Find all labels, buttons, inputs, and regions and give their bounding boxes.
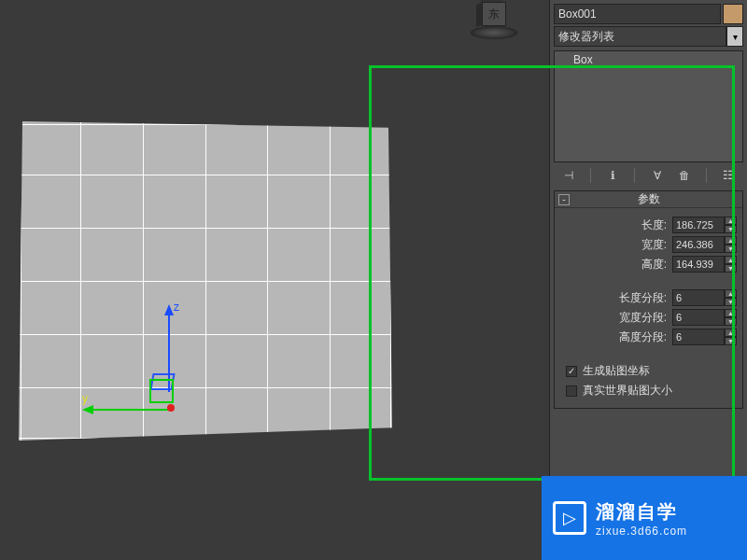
chevron-down-icon: ▾ (733, 32, 738, 42)
spinner-down-icon[interactable]: ▼ (725, 298, 737, 306)
spinner-up-icon[interactable]: ▲ (725, 256, 737, 264)
sep (706, 168, 707, 183)
length-input[interactable] (672, 217, 725, 233)
param-length: 长度: ▲ ▼ (560, 217, 737, 233)
play-icon: ▷ (553, 501, 586, 535)
modifier-dropdown-label: 修改器列表 (558, 29, 614, 45)
spinner-up-icon[interactable]: ▲ (725, 289, 737, 298)
param-hseg: 高度分段: ▲ ▼ (560, 329, 737, 345)
param-width: 宽度: ▲ ▼ (560, 236, 737, 253)
axis-z-label: z (174, 301, 179, 314)
watermark-text: 溜溜自学 zixue.3d66.com (596, 499, 687, 538)
param-label: 宽度: (641, 237, 667, 253)
grid-line (390, 121, 391, 441)
modifier-dropdown-row: 修改器列表 ▾ (554, 26, 743, 47)
spinner-down-icon[interactable]: ▼ (725, 317, 737, 326)
spinner-up-icon[interactable]: ▲ (725, 236, 737, 245)
grid-line (19, 124, 392, 125)
spinner-up-icon[interactable]: ▲ (725, 309, 737, 317)
modifier-stack-item[interactable]: Box (573, 53, 724, 66)
param-label: 长度分段: (619, 290, 667, 306)
spinner-up-icon[interactable]: ▲ (725, 217, 737, 225)
param-lseg: 长度分段: ▲ ▼ (560, 289, 737, 306)
width-spinner: ▲ ▼ (672, 236, 737, 253)
height-spinner: ▲ ▼ (672, 256, 737, 273)
length-spinner: ▲ ▼ (672, 217, 737, 233)
watermark: ▷ 溜溜自学 zixue.3d66.com (542, 476, 747, 560)
watermark-title: 溜溜自学 (596, 499, 687, 525)
object-name-input[interactable] (554, 4, 721, 24)
watermark-sub: zixue.3d66.com (596, 525, 687, 538)
grid-line (19, 281, 392, 282)
height-input[interactable] (672, 256, 725, 273)
spinner-down-icon[interactable]: ▼ (725, 264, 737, 273)
orient-cube[interactable]: 东 (467, 0, 521, 41)
spinner-down-icon[interactable]: ▼ (725, 225, 737, 233)
sep (634, 168, 635, 183)
orient-front-face[interactable]: 东 (482, 2, 506, 26)
modifier-dropdown[interactable]: 修改器列表 (554, 26, 726, 47)
param-label: 宽度分段: (619, 310, 667, 326)
lseg-input[interactable] (672, 289, 725, 306)
gizmo-origin[interactable] (167, 404, 175, 412)
spinner-down-icon[interactable]: ▼ (725, 245, 737, 253)
object-color-swatch[interactable] (723, 4, 743, 24)
axis-y-arrow-icon[interactable] (82, 405, 93, 414)
grid-plane[interactable] (19, 121, 392, 441)
hseg-spinner: ▲ ▼ (672, 329, 737, 345)
check-genmap-row: 生成贴图坐标 (566, 363, 737, 379)
spinner-up-icon[interactable]: ▲ (725, 329, 737, 337)
orient-base (471, 26, 517, 39)
axis-y-label: y (82, 392, 88, 405)
sep (590, 168, 591, 183)
pin-stack-icon[interactable]: ⊣ (559, 166, 578, 185)
axis-y[interactable] (93, 409, 170, 411)
rollout-header[interactable]: - 参数 (555, 191, 742, 208)
realworld-label: 真实世界贴图大小 (583, 383, 672, 399)
show-end-result-icon[interactable]: ℹ (603, 166, 622, 185)
genmap-label: 生成贴图坐标 (583, 363, 650, 379)
grid-line (19, 228, 392, 229)
lseg-spinner: ▲ ▼ (672, 289, 737, 306)
check-realworld-row: 真实世界贴图大小 (566, 383, 737, 399)
param-label: 长度: (641, 217, 667, 233)
hseg-input[interactable] (672, 329, 725, 345)
modifier-dropdown-button[interactable]: ▾ (726, 26, 743, 47)
wseg-spinner: ▲ ▼ (672, 309, 737, 326)
params-rollout: - 参数 长度: ▲ ▼ 宽度: ▲ (554, 190, 743, 409)
object-name-row (554, 4, 743, 24)
viewport[interactable]: 东 z y (0, 0, 546, 560)
param-wseg: 宽度分段: ▲ ▼ (560, 309, 737, 326)
grid-line (19, 387, 392, 388)
param-height: 高度: ▲ ▼ (560, 256, 737, 273)
rollout-title: 参数 (555, 191, 742, 207)
width-input[interactable] (672, 236, 725, 253)
collapse-icon[interactable]: - (558, 194, 570, 205)
modifier-stack-tools: ⊣ ℹ ∀ 🗑 ☷ (554, 166, 743, 185)
genmap-checkbox[interactable] (566, 366, 577, 377)
configure-sets-icon[interactable]: ☷ (719, 166, 738, 185)
grid-line (19, 175, 392, 175)
gizmo-plane-xy[interactable] (149, 379, 174, 403)
rollout-body: 长度: ▲ ▼ 宽度: ▲ ▼ (555, 208, 742, 408)
make-unique-icon[interactable]: ∀ (648, 166, 667, 185)
param-label: 高度: (641, 257, 667, 273)
grid-line (19, 334, 392, 335)
param-label: 高度分段: (619, 329, 667, 345)
grid-line (19, 438, 392, 439)
modifier-stack[interactable]: Box (554, 50, 743, 162)
realworld-checkbox[interactable] (566, 385, 577, 397)
remove-modifier-icon[interactable]: 🗑 (675, 166, 694, 185)
axis-z-arrow-icon[interactable] (164, 304, 174, 315)
wseg-input[interactable] (672, 309, 725, 326)
spinner-down-icon[interactable]: ▼ (725, 337, 737, 345)
